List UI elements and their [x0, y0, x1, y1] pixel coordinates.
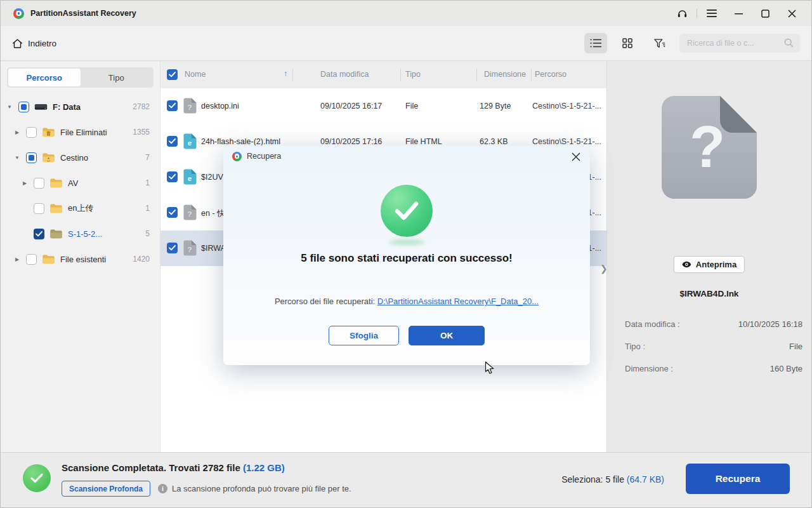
drive-icon — [34, 101, 48, 112]
cell-nome: desktop.ini — [201, 102, 315, 110]
preview-field-dimensione: Dimensione :160 Byte — [625, 358, 802, 380]
checkbox[interactable] — [26, 152, 37, 163]
support-headset-icon[interactable] — [669, 1, 695, 26]
column-header-data-modifica[interactable]: Data modifica — [320, 70, 369, 79]
checkbox[interactable] — [26, 254, 37, 265]
doc-unknown-icon: ? — [183, 204, 197, 220]
tree-item-file-esistenti[interactable]: ▶File esistenti1420 — [1, 246, 160, 272]
preview-field-value: 160 Byte — [770, 364, 802, 373]
search-box — [679, 34, 800, 53]
preview-field-data-modifica: Data modifica :10/10/2025 16:18 — [625, 313, 802, 335]
success-check-icon — [381, 185, 433, 237]
tree-item-count: 1 — [145, 204, 150, 213]
checkbox[interactable] — [34, 178, 44, 189]
preview-button[interactable]: Anteprima — [674, 256, 745, 273]
tree-item-f-data[interactable]: ▼F: Data2782 — [1, 94, 160, 119]
tab-percorso[interactable]: Percorso — [8, 69, 81, 86]
search-icon — [784, 38, 794, 50]
cell-dimensione: 62.3 KB — [480, 137, 533, 146]
deep-scan-button[interactable]: Scansione Profonda — [62, 481, 150, 497]
scan-status: Scansione Completata. Trovati 2782 file … — [62, 462, 285, 473]
cell-percorso: Cestino\S-1-5-21-... — [532, 137, 605, 146]
maximize-button[interactable] — [752, 1, 778, 26]
eye-icon — [682, 261, 691, 268]
preview-field-label: Tipo : — [625, 342, 645, 351]
tree-item-av[interactable]: ▶AV1 — [1, 170, 160, 196]
table-header: Nome ↑ Data modifica Tipo Dimensione Per… — [160, 62, 606, 88]
column-divider — [476, 69, 477, 81]
toolbar: Indietro — [1, 26, 811, 61]
expand-arrow-icon[interactable]: ▶ — [13, 130, 21, 135]
dialog-close-icon[interactable] — [570, 150, 582, 163]
tree-item-en[interactable]: en上传1 — [1, 196, 160, 221]
doc-html-icon: e — [183, 133, 197, 149]
checkbox[interactable] — [26, 127, 37, 138]
dialog-logo-icon — [232, 152, 242, 161]
browse-button[interactable]: Sfoglia — [329, 326, 399, 345]
deep-scan-hint-text: La scansione profonda può trovare più fi… — [172, 484, 351, 493]
titlebar-divider — [697, 9, 697, 18]
tree-item-count: 1420 — [133, 255, 150, 264]
collapse-arrow-icon[interactable]: ▼ — [6, 104, 13, 110]
preview-filename: $IRWAB4D.lnk — [607, 289, 811, 298]
folder-icon — [42, 253, 55, 265]
row-checkbox[interactable] — [167, 207, 178, 218]
folder-icon — [49, 177, 63, 189]
checkbox[interactable] — [34, 203, 44, 214]
column-header-percorso[interactable]: Percorso — [535, 70, 566, 79]
tab-tipo[interactable]: Tipo — [81, 69, 153, 86]
row-checkbox[interactable] — [167, 100, 178, 111]
tree-item-cestino[interactable]: ▼Cestino7 — [1, 145, 160, 170]
tree-item-label: File esistenti — [60, 255, 106, 264]
expand-arrow-icon[interactable]: ▶ — [13, 257, 21, 262]
sort-ascending-icon[interactable]: ↑ — [284, 69, 287, 78]
tree-item-s-1-5-2[interactable]: S-1-5-2...5 — [1, 221, 160, 246]
list-view-button[interactable] — [584, 33, 607, 53]
preview-panel: ❯ ? Anteprima $IRWAB4D.lnk Dat — [606, 62, 811, 452]
cell-data-modifica: 09/10/2025 17:16 — [320, 137, 403, 146]
sidebar-tabs: Percorso Tipo — [7, 67, 154, 88]
table-row-desktop-ini[interactable]: ?desktop.ini09/10/2025 16:17File129 Byte… — [160, 88, 606, 124]
row-checkbox[interactable] — [167, 136, 178, 147]
cell-nome: 24h-flash-sale-(2).html — [201, 137, 315, 146]
ok-button[interactable]: OK — [409, 326, 485, 345]
sidebar: Percorso Tipo ▼F: Data2782▶File Eliminat… — [1, 62, 160, 452]
preview-field-label: Dimensione : — [625, 364, 673, 373]
checkbox[interactable] — [18, 102, 29, 112]
row-checkbox[interactable] — [167, 171, 178, 182]
grid-view-button[interactable] — [616, 33, 639, 53]
app-window: PartitionAssistant Recovery Indietro — [0, 0, 812, 508]
dialog-path-label: Percorso dei file recuperati: — [275, 297, 375, 306]
svg-text:?: ? — [188, 246, 192, 253]
folder-icon — [49, 203, 63, 214]
minimize-button[interactable] — [725, 1, 752, 26]
doc-unknown-icon: ? — [183, 240, 197, 256]
back-label: Indietro — [28, 39, 56, 48]
tree-item-label: S-1-5-2... — [68, 229, 102, 239]
tree-item-file-eliminati[interactable]: ▶File Eliminati1355 — [1, 119, 160, 145]
column-header-tipo[interactable]: Tipo — [405, 70, 421, 79]
recover-button[interactable]: Recupera — [686, 464, 790, 494]
svg-text:e: e — [188, 175, 192, 182]
title-bar: PartitionAssistant Recovery — [1, 1, 811, 26]
search-input[interactable] — [679, 34, 800, 53]
preview-fields: Data modifica :10/10/2025 16:18Tipo :Fil… — [625, 313, 802, 380]
close-button[interactable] — [778, 1, 805, 26]
filter-button[interactable] — [648, 33, 671, 53]
expand-arrow-icon[interactable]: ▶ — [21, 180, 29, 186]
collapse-arrow-icon[interactable]: ▼ — [13, 155, 21, 161]
back-button[interactable]: Indietro — [12, 39, 56, 48]
menu-hamburger-icon[interactable] — [698, 1, 725, 26]
select-all-checkbox[interactable] — [167, 69, 178, 80]
collapse-panel-chevron-icon[interactable]: ❯ — [600, 264, 608, 274]
svg-text:?: ? — [690, 114, 725, 179]
svg-text:e: e — [188, 139, 192, 147]
tree-item-label: F: Data — [53, 102, 81, 112]
selection-summary: Seleziona: 5 file (64.7 KB) — [561, 474, 664, 485]
row-checkbox[interactable] — [167, 243, 178, 253]
column-header-nome[interactable]: Nome — [185, 70, 206, 79]
folder-recycle-icon — [42, 152, 55, 163]
recovered-path-link[interactable]: D:\PartitionAssistant Recovery\F_Data_20… — [377, 297, 539, 306]
column-header-dimensione[interactable]: Dimensione — [484, 70, 526, 79]
checkbox[interactable] — [34, 229, 44, 239]
